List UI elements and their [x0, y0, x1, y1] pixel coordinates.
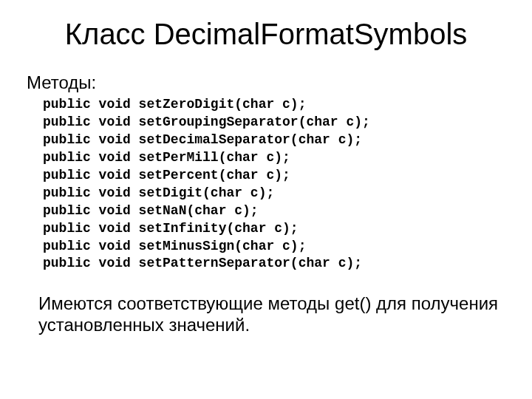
- code-line: public void setZeroDigit(char c);: [43, 96, 505, 114]
- code-line: public void setPerMill(char c);: [43, 149, 505, 167]
- code-line: public void setInfinity(char c);: [43, 220, 505, 238]
- code-line: public void setPatternSeparator(char c);: [43, 255, 505, 273]
- slide: Класс DecimalFormatSymbols Методы: publi…: [0, 0, 532, 399]
- code-line: public void setDigit(char c);: [43, 185, 505, 202]
- code-line: public void setPercent(char c);: [43, 167, 505, 185]
- methods-code-block: public void setZeroDigit(char c);public …: [43, 96, 505, 273]
- footer-note: Имеются соответствующие методы get() для…: [38, 293, 505, 335]
- page-title: Класс DecimalFormatSymbols: [27, 16, 505, 52]
- code-line: public void setMinusSign(char c);: [43, 238, 505, 256]
- code-line: public void setNaN(char c);: [43, 202, 505, 220]
- code-line: public void setDecimalSeparator(char c);: [43, 132, 505, 149]
- code-line: public void setGroupingSeparator(char c)…: [43, 114, 505, 132]
- methods-heading: Методы:: [27, 72, 505, 93]
